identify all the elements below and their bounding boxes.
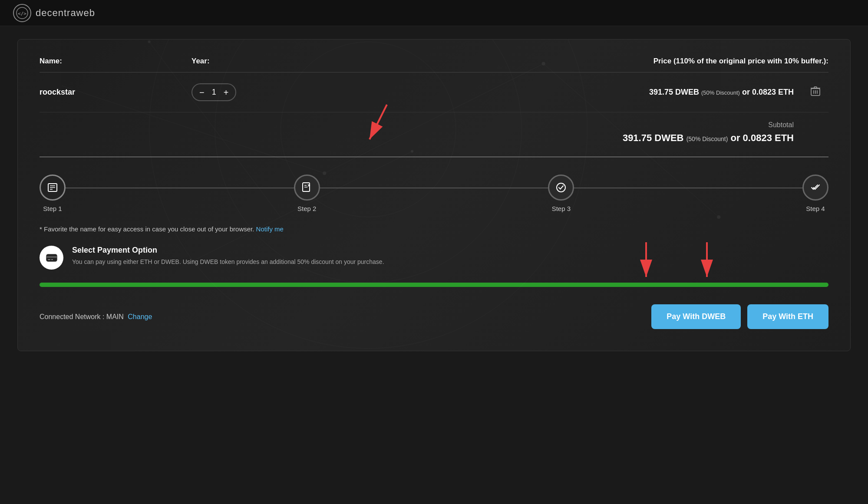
delete-button[interactable] [811, 86, 820, 99]
step-1: Step 1 [40, 175, 66, 212]
subtotal-section: Subtotal 391.75 DWEB (50% Discount) or 0… [40, 112, 828, 152]
step-3-circle [548, 175, 574, 201]
pay-dweb-button[interactable]: Pay With DWEB [651, 304, 741, 329]
payment-description: You can pay using either ETH or DWEB. Us… [72, 257, 384, 267]
step-4-label: Step 4 [806, 205, 825, 212]
price-dweb: 391.75 DWEB (50% Discount) or 0.0823 ETH [649, 88, 794, 96]
logo-icon: </> [13, 4, 31, 22]
payment-buttons: Pay With DWEB Pay With ETH [651, 304, 828, 329]
step-3-label: Step 3 [552, 205, 571, 212]
svg-rect-31 [46, 256, 57, 258]
steps-line [62, 188, 806, 188]
logo-text: decentraweb [36, 7, 95, 19]
footer-row: Connected Network : MAIN Change Pay With… [40, 300, 828, 333]
pay-eth-button[interactable]: Pay With ETH [747, 304, 828, 329]
steps-container: Step 1 Step 2 [40, 170, 828, 221]
svg-point-13 [148, 40, 151, 43]
step-2-circle [294, 175, 320, 201]
svg-text:</>: </> [18, 11, 26, 16]
table-row: roockstar − 1 + 391.75 DWEB (50% Discoun… [40, 72, 828, 112]
payment-title: Select Payment Option [72, 246, 384, 255]
connected-network: Connected Network : MAIN Change [40, 313, 152, 321]
step-2-label: Step 2 [297, 205, 316, 212]
step-4-circle [802, 175, 828, 201]
stepper-value: 1 [210, 88, 218, 97]
subtotal-price: 391.75 DWEB (50% Discount) or 0.0823 ETH [40, 132, 794, 144]
step-4: Step 4 [802, 175, 828, 212]
step-1-label: Step 1 [43, 205, 62, 212]
divider [40, 157, 828, 157]
payment-icon [40, 246, 63, 270]
subtotal-or: or [730, 132, 743, 143]
logo: </> decentraweb [13, 4, 95, 22]
delete-col [802, 86, 828, 99]
subtotal-discount: (50% Discount) [686, 135, 728, 142]
price-discount-badge: (50% Discount) [701, 89, 740, 96]
stepper-decrease[interactable]: − [199, 88, 205, 97]
step-1-circle [40, 175, 66, 201]
svg-point-28 [557, 183, 565, 192]
payment-option: Select Payment Option You can pay using … [40, 246, 828, 270]
domain-name: roockstar [40, 88, 191, 97]
notify-link[interactable]: Notify me [256, 225, 284, 233]
step-3: Step 3 [548, 175, 574, 212]
svg-rect-33 [51, 259, 53, 260]
change-network-link[interactable]: Change [128, 313, 152, 320]
col-price: Price (110% of the original price with 1… [278, 57, 828, 66]
col-year: Year: [191, 57, 278, 66]
main-container: Name: Year: Price (110% of the original … [17, 39, 851, 351]
table-header: Name: Year: Price (110% of the original … [40, 57, 828, 72]
stepper-increase[interactable]: + [224, 88, 229, 97]
stepper-control: − 1 + [191, 83, 236, 101]
price-cell: 391.75 DWEB (50% Discount) or 0.0823 ETH [278, 88, 802, 97]
favorite-notice: * Favorite the name for easy access in c… [40, 225, 828, 233]
svg-rect-32 [48, 259, 50, 260]
col-name: Name: [40, 57, 191, 66]
year-stepper: − 1 + [191, 83, 278, 101]
subtotal-label: Subtotal [40, 121, 794, 129]
step-2: Step 2 [294, 175, 320, 212]
payment-text: Select Payment Option You can pay using … [72, 246, 384, 267]
progress-bar [40, 283, 828, 287]
header: </> decentraweb [0, 0, 868, 26]
